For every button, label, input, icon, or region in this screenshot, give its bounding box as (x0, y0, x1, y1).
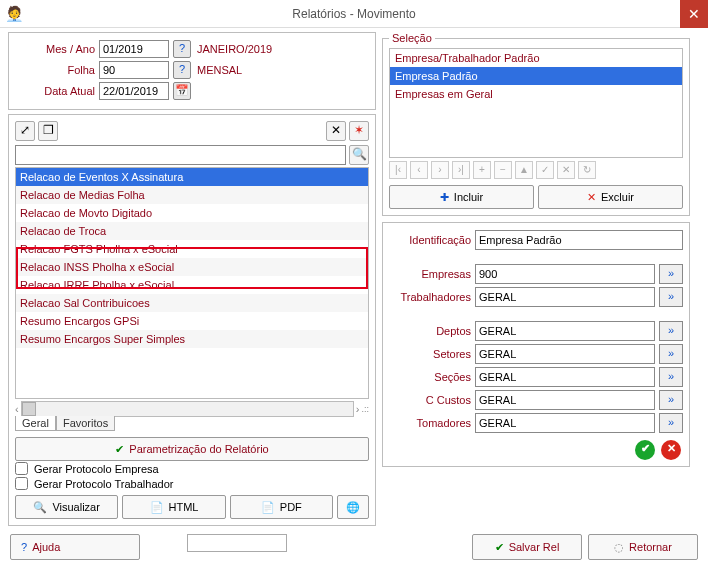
gera-proto-empresa-label: Gerar Protocolo Empresa (34, 463, 159, 475)
nav-cancel-icon[interactable]: ✕ (557, 161, 575, 179)
deptos-label: Deptos (389, 325, 471, 337)
trab-go-icon[interactable]: » (659, 287, 683, 307)
report-row[interactable]: Relacao Sal Contribuicoes (16, 294, 368, 312)
x-icon: ✕ (587, 191, 596, 204)
nav-next-icon[interactable]: › (431, 161, 449, 179)
ccustos-input[interactable] (475, 390, 655, 410)
copy-icon[interactable]: ❐ (38, 121, 58, 141)
ccustos-go-icon[interactable]: » (659, 390, 683, 410)
incluir-button[interactable]: ✚ Incluir (389, 185, 534, 209)
selecao-list[interactable]: Empresa/Trabalhador PadrãoEmpresa Padrão… (389, 48, 683, 158)
data-input[interactable] (99, 82, 169, 100)
nav-insert-icon[interactable]: + (473, 161, 491, 179)
selecao-legend: Seleção (389, 32, 435, 44)
report-list[interactable]: Relacao de Eventos X AssinaturaRelacao d… (15, 167, 369, 399)
scroll-left-icon[interactable]: ‹ (15, 403, 19, 415)
empresas-input[interactable] (475, 264, 655, 284)
nav-first-icon[interactable]: |‹ (389, 161, 407, 179)
tab-favoritos[interactable]: Favoritos (56, 416, 115, 431)
nav-refresh-icon[interactable]: ↻ (578, 161, 596, 179)
window-close-button[interactable]: ✕ (680, 0, 708, 28)
progress-bar (187, 534, 287, 552)
retornar-button[interactable]: ◌ Retornar (588, 534, 698, 560)
report-row[interactable]: Relacao de Troca (16, 222, 368, 240)
report-row[interactable]: Resumo Encargos GPSi (16, 312, 368, 330)
report-row[interactable]: Resumo Encargos Super Simples (16, 330, 368, 348)
salvar-rel-button[interactable]: ✔ Salvar Rel (472, 534, 582, 560)
plus-icon: ✚ (440, 191, 449, 204)
mesano-help-icon[interactable]: ? (173, 40, 191, 58)
gera-proto-empresa-checkbox[interactable] (15, 462, 28, 475)
report-list-fieldset: ⤢ ❐ ✕ ✶ 🔍 Relacao de Eventos X Assinatur… (8, 114, 376, 526)
pdf-button[interactable]: 📄 PDF (230, 495, 333, 519)
check-icon: ✔ (115, 443, 124, 456)
report-row[interactable]: Relacao de Medias Folha (16, 186, 368, 204)
nav-post-icon[interactable]: ✓ (536, 161, 554, 179)
calendar-icon[interactable]: 📅 (173, 82, 191, 100)
tom-input[interactable] (475, 413, 655, 433)
deptos-go-icon[interactable]: » (659, 321, 683, 341)
report-row[interactable]: Relacao IRRF Pholha x eSocial (16, 276, 368, 294)
scroll-right-icon[interactable]: › (356, 403, 360, 415)
selecao-row[interactable]: Empresa Padrão (390, 67, 682, 85)
app-icon: 🧑‍💼 (0, 5, 28, 23)
ajuda-label: Ajuda (32, 541, 60, 553)
page-icon: 📄 (150, 501, 164, 514)
deptos-input[interactable] (475, 321, 655, 341)
selecao-fieldset: Seleção Empresa/Trabalhador PadrãoEmpres… (382, 32, 690, 216)
reject-button[interactable]: ✕ (661, 440, 681, 460)
globe-button[interactable]: 🌐 (337, 495, 369, 519)
selecao-row[interactable]: Empresas em Geral (390, 85, 682, 103)
page-icon: 📄 (261, 501, 275, 514)
nav-delete-icon[interactable]: − (494, 161, 512, 179)
setores-input[interactable] (475, 344, 655, 364)
search-icon[interactable]: 🔍 (349, 145, 369, 165)
mesano-label: Mes / Ano (15, 43, 95, 55)
globe-icon: 🌐 (346, 501, 360, 514)
selecao-row[interactable]: Empresa/Trabalhador Padrão (390, 49, 682, 67)
empresas-go-icon[interactable]: » (659, 264, 683, 284)
resize-grip-icon[interactable]: .:: (361, 404, 369, 414)
confirm-button[interactable]: ✔ (635, 440, 655, 460)
html-label: HTML (169, 501, 199, 513)
report-row[interactable]: Relacao de Movto Digitado (16, 204, 368, 222)
nav-last-icon[interactable]: ›| (452, 161, 470, 179)
mesano-display: JANEIRO/2019 (197, 43, 272, 55)
star-icon[interactable]: ✶ (349, 121, 369, 141)
tom-go-icon[interactable]: » (659, 413, 683, 433)
setores-go-icon[interactable]: » (659, 344, 683, 364)
excluir-button[interactable]: ✕ Excluir (538, 185, 683, 209)
horizontal-scrollbar[interactable] (21, 401, 354, 417)
trab-input[interactable] (475, 287, 655, 307)
tab-geral[interactable]: Geral (15, 416, 56, 431)
report-row[interactable]: Relacao FGTS Pholha x eSocial (16, 240, 368, 258)
setores-label: Setores (389, 348, 471, 360)
mesano-input[interactable] (99, 40, 169, 58)
clear-icon[interactable]: ✕ (326, 121, 346, 141)
secoes-label: Seções (389, 371, 471, 383)
help-icon: ? (21, 541, 27, 553)
empresas-label: Empresas (389, 268, 471, 280)
visualizar-button[interactable]: 🔍 Visualizar (15, 495, 118, 519)
ajuda-button[interactable]: ? Ajuda (10, 534, 140, 560)
folha-help-icon[interactable]: ? (173, 61, 191, 79)
html-button[interactable]: 📄 HTML (122, 495, 225, 519)
report-row[interactable]: Relacao de Eventos X Assinatura (16, 168, 368, 186)
titlebar: 🧑‍💼 Relatórios - Movimento ✕ (0, 0, 708, 28)
secoes-go-icon[interactable]: » (659, 367, 683, 387)
trab-label: Trabalhadores (389, 291, 471, 303)
expand-icon[interactable]: ⤢ (15, 121, 35, 141)
salvar-label: Salvar Rel (509, 541, 560, 553)
search-input[interactable] (15, 145, 346, 165)
excluir-label: Excluir (601, 191, 634, 203)
nav-prev-icon[interactable]: ‹ (410, 161, 428, 179)
param-report-button[interactable]: ✔ Parametrização do Relatório (15, 437, 369, 461)
secoes-input[interactable] (475, 367, 655, 387)
folha-input[interactable] (99, 61, 169, 79)
ident-label: Identificação (389, 234, 471, 246)
nav-edit-icon[interactable]: ▲ (515, 161, 533, 179)
gera-proto-trab-checkbox[interactable] (15, 477, 28, 490)
window-title: Relatórios - Movimento (28, 7, 680, 21)
ident-input[interactable] (475, 230, 683, 250)
report-row[interactable]: Relacao INSS Pholha x eSocial (16, 258, 368, 276)
